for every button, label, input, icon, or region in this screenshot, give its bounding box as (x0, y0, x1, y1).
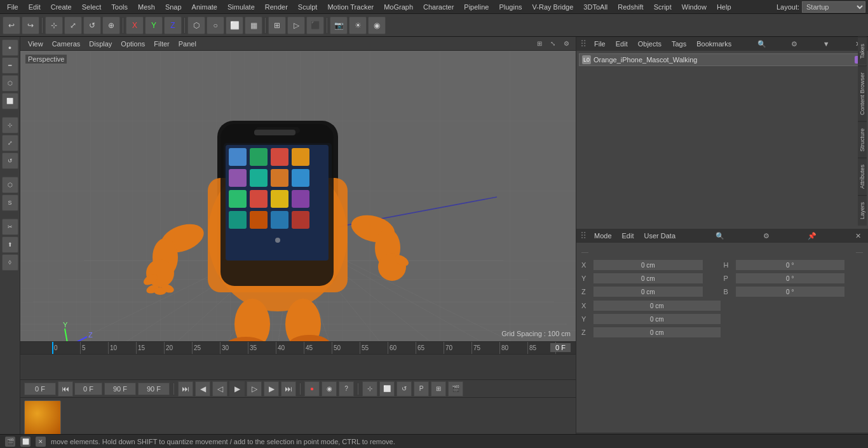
step-back-button[interactable]: ⏮ (58, 381, 73, 397)
film-button[interactable]: 🎬 (448, 381, 463, 397)
menu-simulate[interactable]: Simulate (223, 2, 259, 12)
layout-select[interactable]: Startup (802, 1, 865, 13)
next-keyframe-button[interactable]: ▷ (247, 381, 262, 397)
vp-menu-display[interactable]: Display (85, 39, 116, 49)
3d-viewport[interactable]: Z Y X Perspective Grid Spacing : 100 cm (20, 51, 576, 341)
cube-button[interactable]: ⬡ (187, 17, 205, 34)
go-to-start-button[interactable]: ⏭ (178, 381, 193, 397)
vp-menu-view[interactable]: View (24, 39, 47, 49)
move-frame-button[interactable]: ⊹ (362, 381, 377, 397)
viewport-arrows-icon[interactable]: ⤡ (547, 38, 559, 50)
coord-z-input[interactable] (593, 286, 703, 297)
objects-tags-menu[interactable]: Tags (668, 39, 690, 49)
menu-help[interactable]: Help (712, 2, 736, 12)
camera-button[interactable]: 📷 (330, 17, 348, 34)
attr-mode-menu[interactable]: Mode (590, 231, 616, 241)
tab-layers[interactable]: Layers (858, 195, 867, 226)
menu-create[interactable]: Create (46, 2, 76, 12)
tab-structure[interactable]: Structure (858, 121, 867, 158)
menu-render[interactable]: Render (261, 2, 292, 12)
rotate-tool-button[interactable]: ↺ (83, 17, 101, 34)
coord-y-input[interactable] (593, 273, 703, 284)
objects-collapse-button[interactable]: ▼ (820, 38, 832, 50)
attr-edit-menu[interactable]: Edit (618, 231, 638, 241)
redo-button[interactable]: ↪ (22, 17, 39, 34)
rotate-frame-button[interactable]: ↺ (397, 381, 412, 397)
light-button[interactable]: ☀ (349, 17, 367, 34)
attr-settings-button[interactable]: ⚙ (761, 230, 772, 241)
attr-search-button[interactable]: 🔍 (714, 230, 726, 241)
object-row[interactable]: L0 Orange_iPhone_Mascot_Walking (579, 53, 865, 66)
vp-menu-cameras[interactable]: Cameras (48, 39, 85, 49)
menu-tools[interactable]: Tools (107, 2, 132, 12)
preview-end-input[interactable] (138, 383, 170, 395)
scale-frame-button[interactable]: ⬜ (379, 381, 395, 397)
render-settings-button[interactable]: ⬛ (306, 17, 324, 34)
menu-redshift[interactable]: Redshift (613, 2, 648, 12)
attr-close-button[interactable]: ✕ (853, 230, 864, 241)
move-tool-button[interactable]: ⊹ (45, 17, 63, 34)
menu-mesh[interactable]: Mesh (133, 2, 159, 12)
next-frame-button[interactable]: ▶ (264, 381, 279, 397)
menu-motion-tracker[interactable]: Motion Tracker (323, 2, 378, 12)
prev-frame-button[interactable]: ◀ (195, 381, 210, 397)
undo-button[interactable]: ↩ (3, 17, 20, 34)
render-region-button[interactable]: ⊞ (268, 17, 286, 34)
scale-y-input[interactable] (593, 313, 721, 325)
tool-scale-button[interactable]: ⤢ (2, 135, 18, 151)
grid-button[interactable]: ⊞ (431, 381, 446, 397)
viewport-settings-icon[interactable]: ⚙ (560, 38, 572, 50)
x-axis-button[interactable]: X (126, 17, 144, 34)
menu-edit[interactable]: Edit (24, 2, 45, 12)
vp-menu-filter[interactable]: Filter (150, 39, 173, 49)
param-button[interactable]: P (414, 381, 429, 397)
coord-b-input[interactable] (735, 286, 846, 297)
display-button[interactable]: ◉ (368, 17, 386, 34)
extrude-button[interactable]: ⬆ (2, 236, 18, 253)
menu-snap[interactable]: Snap (161, 2, 186, 12)
poly-select-button[interactable]: ⬡ (2, 177, 18, 193)
bevel-button[interactable]: ◊ (2, 254, 18, 271)
vp-menu-options[interactable]: Options (117, 39, 149, 49)
start-frame-input[interactable] (24, 383, 56, 395)
mode-edges-button[interactable]: ━ (2, 57, 18, 74)
attr-pin-button[interactable]: 📌 (806, 230, 818, 241)
cylinder-button[interactable]: ⬜ (226, 17, 243, 34)
key-button[interactable]: ? (339, 381, 354, 397)
current-frame-box[interactable]: 0 F (550, 343, 571, 352)
z-axis-button[interactable]: Z (164, 17, 182, 34)
menu-animate[interactable]: Animate (187, 2, 222, 12)
objects-settings-button[interactable]: ⚙ (789, 38, 800, 50)
knife-button[interactable]: ✂ (2, 219, 18, 235)
record-button[interactable]: ● (304, 381, 320, 397)
menu-3dtoall[interactable]: 3DToAll (579, 2, 612, 12)
tab-content-browser[interactable]: Content Browser (858, 65, 867, 121)
scale-x-input[interactable] (593, 300, 721, 311)
transform-tool-button[interactable]: ⊕ (102, 17, 120, 34)
end-frame-input[interactable] (104, 383, 136, 395)
current-frame-input[interactable] (74, 383, 102, 395)
coord-p-input[interactable] (735, 273, 846, 284)
tool-rotate-button[interactable]: ↺ (2, 153, 18, 169)
plane-button[interactable]: ▦ (245, 17, 262, 34)
menu-select[interactable]: Select (78, 2, 106, 12)
y-axis-button[interactable]: Y (145, 17, 163, 34)
objects-bookmarks-menu[interactable]: Bookmarks (693, 39, 735, 49)
objects-search-button[interactable]: 🔍 (756, 38, 768, 50)
objects-edit-menu[interactable]: Edit (612, 39, 632, 49)
auto-key-button[interactable]: ◉ (322, 381, 337, 397)
tool-move-button[interactable]: ⊹ (2, 117, 18, 133)
menu-mograph[interactable]: MoGraph (379, 2, 417, 12)
objects-file-menu[interactable]: File (590, 39, 609, 49)
objects-objects-menu[interactable]: Objects (634, 39, 665, 49)
tab-takes[interactable]: Takes (858, 37, 867, 65)
timeline-playhead[interactable] (52, 342, 53, 354)
go-to-end-button[interactable]: ⏭ (281, 381, 296, 397)
menu-vray[interactable]: V-Ray Bridge (528, 2, 578, 12)
mode-points-button[interactable]: ● (2, 39, 18, 56)
scale-z-input[interactable] (593, 327, 721, 338)
menu-plugins[interactable]: Plugins (494, 2, 526, 12)
menu-window[interactable]: Window (677, 2, 711, 12)
mode-objects-button[interactable]: ⬜ (2, 93, 18, 109)
menu-sculpt[interactable]: Sculpt (294, 2, 322, 12)
